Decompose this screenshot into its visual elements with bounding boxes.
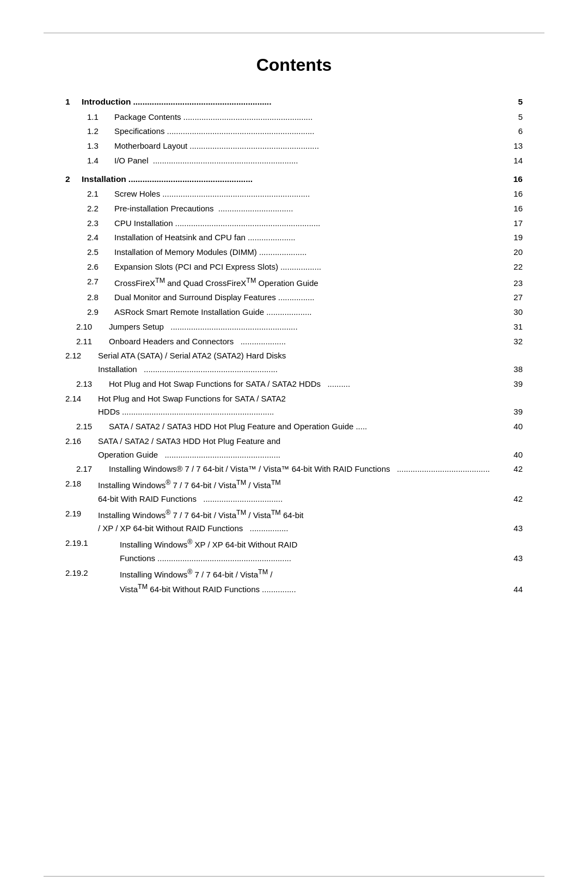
toc-dots-2-19: ................. (250, 522, 510, 536)
toc-entry-2-5: 2.5 Installation of Memory Modules (DIMM… (65, 246, 523, 259)
toc-page-2-6: 22 (512, 260, 523, 274)
toc-num-1-4: 1.4 (87, 154, 114, 168)
toc-entry-2-15: 2.15 SATA / SATA2 / SATA3 HDD Hot Plug F… (65, 420, 523, 434)
toc-num-2-9: 2.9 (87, 306, 114, 319)
toc-row-2-16-line2: Operation Guide ........................… (65, 448, 523, 462)
toc-entry-2-4: 2.4 Installation of Heatsink and CPU fan… (65, 231, 523, 245)
toc-text-2: Installation ...........................… (82, 172, 523, 186)
toc-dots-2-12: ........................................… (144, 363, 510, 376)
toc-page-2-8: 27 (512, 291, 523, 305)
toc-entry-2-3: 2.3 CPU Installation ...................… (65, 217, 523, 230)
toc-num-1-2: 1.2 (87, 125, 114, 138)
toc-num-2-8: 2.8 (87, 291, 114, 305)
toc-label-2-16-line1: SATA / SATA2 / SATA3 HDD Hot Plug Featur… (98, 435, 280, 448)
toc-label-2-15: SATA / SATA2 / SATA3 HDD Hot Plug Featur… (109, 420, 353, 434)
toc-row-2-19-line1: 2.19 Installing Windows® 7 / 7 64-bit / … (65, 507, 523, 522)
toc-label-2-6: Expansion Slots (PCI and PCI Express Slo… (114, 260, 278, 274)
toc-dots-2-18: ................................... (203, 492, 510, 506)
toc-text-2-1: Screw Holes ............................… (114, 187, 523, 201)
toc-label-2-17: Installing Windows® 7 / 7 64-bit / Vista… (109, 463, 390, 476)
toc-num-2-12: 2.12 (65, 349, 98, 363)
toc-dots-2-17: ........................................… (397, 463, 510, 476)
toc-num-2-16: 2.16 (65, 435, 98, 448)
toc-num-2-19: 2.19 (65, 507, 98, 522)
toc-text-2-8: Dual Monitor and Surround Display Featur… (114, 291, 523, 305)
toc-dots-2-19-1: ........................................… (157, 552, 510, 565)
toc-num-1-3: 1.3 (87, 139, 114, 153)
toc-text-2-6: Expansion Slots (PCI and PCI Express Slo… (114, 260, 523, 274)
toc-text-2-18-line2: 64-bit With RAID Functions .............… (98, 492, 523, 506)
toc-label-1-3: Motherboard Layout (114, 139, 187, 153)
toc-dots-2-10: ........................................… (170, 320, 510, 334)
toc-entry-2-13: 2.13 Hot Plug and Hot Swap Functions for… (65, 378, 523, 391)
toc-label-2-19-1-line1: Installing Windows® XP / XP 64-bit Witho… (120, 537, 297, 552)
toc-page-1-2: 6 (512, 125, 523, 138)
toc-page-2-10: 31 (512, 320, 523, 334)
toc-dots-1: ........................................… (133, 95, 510, 109)
toc-label-2: Installation (82, 172, 126, 186)
toc-indent-2-16 (65, 448, 98, 462)
toc-entry-1-1: 1.1 Package Contents ...................… (65, 111, 523, 124)
toc-entry-2-9: 2.9 ASRock Smart Remote Installation Gui… (65, 306, 523, 319)
toc-num-2-3: 2.3 (87, 217, 114, 230)
toc-entry-2-7: 2.7 CrossFireXTM and Quad CrossFireXTM O… (65, 275, 523, 290)
toc-text-2-19-line2: / XP / XP 64-bit Without RAID Functions … (98, 522, 523, 536)
toc-entry-2-18: 2.18 Installing Windows® 7 / 7 64-bit / … (65, 477, 523, 506)
toc-entry-2-8: 2.8 Dual Monitor and Surround Display Fe… (65, 291, 523, 305)
toc-entry-2-14: 2.14 Hot Plug and Hot Swap Functions for… (65, 392, 523, 419)
toc-row-2-14-line1: 2.14 Hot Plug and Hot Swap Functions for… (65, 392, 523, 406)
toc-indent-2-18 (65, 492, 98, 506)
toc-indent-2-12 (65, 363, 98, 376)
toc-row-2-18-line1: 2.18 Installing Windows® 7 / 7 64-bit / … (65, 477, 523, 492)
toc-text-2-3: CPU Installation .......................… (114, 217, 523, 230)
toc-row-2-18-line2: 64-bit With RAID Functions .............… (65, 492, 523, 506)
toc-page-1-3: 13 (512, 139, 523, 153)
toc-num-2-18: 2.18 (65, 477, 98, 492)
toc-dots-2-1: ........................................… (162, 187, 510, 201)
toc-dots-2-16: ........................................… (164, 448, 510, 462)
toc-text-2-19-1-line2: Functions ..............................… (120, 552, 523, 565)
toc-entry-2-11: 2.11 Onboard Headers and Connectors ....… (65, 335, 523, 349)
toc-num-2-6: 2.6 (87, 260, 114, 274)
toc-page-2-13: 39 (512, 378, 523, 391)
page-title: Contents (65, 55, 523, 75)
toc-entry-2-16: 2.16 SATA / SATA2 / SATA3 HDD Hot Plug F… (65, 435, 523, 462)
toc-entry-2-19-1: 2.19.1 Installing Windows® XP / XP 64-bi… (65, 537, 523, 565)
toc-text-2-2: Pre-installation Precautions ...........… (114, 202, 523, 216)
toc-num-1-1: 1.1 (87, 111, 114, 124)
toc-page-2-18: 42 (512, 492, 523, 506)
toc-row-2-19-1-line2: Functions ..............................… (65, 552, 523, 565)
toc-num-2-2: 2.2 (87, 202, 114, 216)
toc-page-2-2: 16 (512, 202, 523, 216)
toc-row-2-16-line1: 2.16 SATA / SATA2 / SATA3 HDD Hot Plug F… (65, 435, 523, 448)
toc-label-2-3: CPU Installation (114, 217, 173, 230)
toc-label-2-12-line2: Installation (98, 363, 137, 376)
toc-label-2-13: Hot Plug and Hot Swap Functions for SATA… (109, 378, 321, 391)
toc-page-2-3: 17 (512, 217, 523, 230)
toc-entry-1-3: 1.3 Motherboard Layout .................… (65, 139, 523, 153)
toc-label-2-18-line2: 64-bit With RAID Functions (98, 492, 197, 506)
toc-row-2-19-2-line1: 2.19.2 Installing Windows® 7 / 7 64-bit … (65, 567, 523, 582)
toc-text-1-4: I/O Panel ..............................… (114, 154, 523, 168)
toc-dots-2-9: .................... (266, 306, 510, 319)
toc-page-2-4: 19 (512, 231, 523, 245)
toc-num-2: 2 (65, 172, 82, 186)
toc-indent-2-19 (65, 522, 98, 536)
toc-page-1: 5 (512, 95, 523, 109)
toc-text-1: Introduction ...........................… (82, 95, 523, 109)
toc-label-2-5: Installation of Memory Modules (DIMM) (114, 246, 257, 259)
toc-num-2-11: 2.11 (76, 335, 109, 349)
toc-dots-1-3: ........................................… (189, 139, 510, 153)
toc-label-2-1: Screw Holes (114, 187, 160, 201)
toc-entry-2-19-2: 2.19.2 Installing Windows® 7 / 7 64-bit … (65, 567, 523, 597)
toc-page-2-14: 39 (512, 405, 523, 419)
toc-row-2-12-line1: 2.12 Serial ATA (SATA) / Serial ATA2 (SA… (65, 349, 523, 363)
toc-text-2-5: Installation of Memory Modules (DIMM) ..… (114, 246, 523, 259)
toc-entry-1-2: 1.2 Specifications .....................… (65, 125, 523, 138)
toc-num-2-4: 2.4 (87, 231, 114, 245)
toc-text-2-12-line2: Installation ...........................… (98, 363, 523, 376)
toc-text-2-13: Hot Plug and Hot Swap Functions for SATA… (109, 378, 523, 391)
toc-text-2-4: Installation of Heatsink and CPU fan ...… (114, 231, 523, 245)
toc-entry-2-12: 2.12 Serial ATA (SATA) / Serial ATA2 (SA… (65, 349, 523, 376)
toc-page-2-11: 32 (512, 335, 523, 349)
